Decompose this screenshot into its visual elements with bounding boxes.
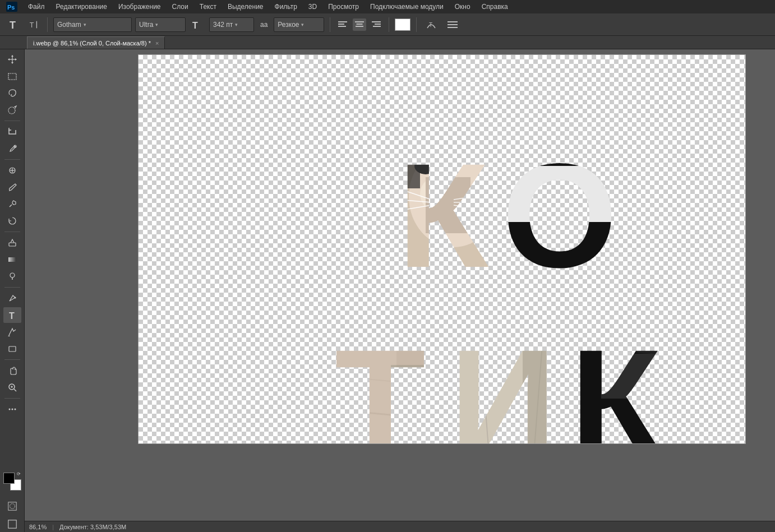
zoom-level: 86,1% (29, 524, 47, 530)
menu-image[interactable]: Изображение (114, 2, 165, 12)
marquee-tool-button[interactable] (3, 68, 21, 84)
tab-bar: i.webp @ 86,1% (Слой 0, Слой-маска/8) * … (0, 36, 775, 49)
eraser-tool-button[interactable] (3, 235, 21, 251)
svg-point-40 (11, 409, 13, 410)
svg-rect-21 (8, 73, 16, 80)
separator-4 (416, 17, 417, 32)
canvas-area[interactable]: К О Т И (25, 49, 775, 532)
healing-brush-tool-button[interactable] (3, 163, 21, 178)
svg-rect-8 (338, 26, 346, 27)
clone-stamp-tool-button[interactable] (3, 196, 21, 212)
eyedropper-tool-button[interactable] (3, 141, 21, 156)
warp-text-button[interactable]: T (422, 17, 440, 33)
aa-mode-select[interactable]: Резкое ▾ (274, 17, 324, 32)
svg-rect-42 (8, 502, 16, 510)
svg-rect-44 (8, 520, 16, 528)
svg-marker-33 (8, 335, 10, 336)
text-orientation-toggle[interactable]: T (26, 18, 41, 31)
tab-filename: i.webp @ 86,1% (Слой 0, Слой-маска/8) * (33, 40, 151, 47)
svg-rect-14 (373, 26, 381, 27)
left-toolbar: T (0, 49, 25, 532)
svg-point-29 (10, 273, 15, 277)
canvas-background: К О Т И (139, 55, 745, 443)
tool-separator-5 (4, 359, 20, 360)
align-left-button[interactable] (336, 18, 349, 31)
svg-rect-10 (357, 24, 363, 25)
svg-rect-6 (338, 21, 347, 22)
font-size-arrow: ▾ (235, 22, 238, 27)
svg-rect-27 (9, 243, 16, 246)
svg-rect-13 (375, 24, 381, 25)
menu-3d[interactable]: 3D (304, 2, 321, 12)
pen-tool-button[interactable] (3, 290, 21, 306)
menu-select[interactable]: Выделение (223, 2, 268, 12)
font-size-icon: T (189, 17, 206, 32)
aa-mode-arrow: ▾ (301, 22, 304, 27)
svg-rect-18 (448, 27, 458, 28)
align-center-button[interactable] (353, 18, 366, 31)
svg-point-43 (10, 504, 15, 509)
quick-mask-button[interactable] (3, 498, 21, 514)
tab-close-button[interactable]: × (155, 40, 159, 47)
menu-bar: Ps Файл Редактирование Изображение Слои … (0, 0, 775, 13)
svg-point-22 (8, 107, 15, 114)
document-tab[interactable]: i.webp @ 86,1% (Слой 0, Слой-маска/8) * … (27, 36, 165, 49)
menu-layers[interactable]: Слои (168, 2, 193, 12)
menu-edit[interactable]: Редактирование (52, 2, 112, 12)
shape-tool-button[interactable] (3, 341, 21, 357)
lasso-tool-button[interactable] (3, 85, 21, 101)
menu-window[interactable]: Окно (450, 2, 475, 12)
svg-text:T: T (9, 311, 15, 320)
svg-text:T: T (192, 21, 198, 30)
svg-rect-17 (448, 24, 458, 25)
svg-point-41 (14, 409, 16, 410)
status-separator: | (52, 524, 54, 530)
separator-2 (330, 17, 330, 32)
separator-3 (389, 17, 389, 32)
svg-text:Ps: Ps (7, 4, 15, 11)
path-select-tool-button[interactable] (3, 324, 21, 340)
svg-rect-34 (9, 346, 16, 351)
move-tool-button[interactable] (3, 52, 21, 67)
brush-tool-button[interactable] (3, 179, 21, 195)
align-right-button[interactable] (370, 18, 383, 31)
reset-colors-icon[interactable]: ⟳ (17, 471, 22, 477)
font-style-select[interactable]: Ultra ▾ (135, 17, 186, 32)
font-size-select[interactable]: 342 пт ▾ (209, 17, 254, 32)
tool-separator-6 (4, 398, 20, 399)
tool-separator-2 (4, 159, 20, 160)
svg-rect-11 (356, 26, 363, 27)
text-tool-button[interactable]: T (3, 307, 21, 323)
font-style-arrow: ▾ (155, 22, 158, 27)
text-color-swatch[interactable] (395, 18, 410, 31)
menu-plugins[interactable]: Подключаемые модули (366, 2, 448, 12)
history-brush-tool-button[interactable] (3, 213, 21, 229)
svg-point-31 (14, 297, 16, 299)
font-family-select[interactable]: Gotham ▾ (53, 17, 132, 32)
svg-rect-28 (8, 257, 16, 262)
menu-view[interactable]: Просмотр (324, 2, 363, 12)
svg-rect-94 (502, 121, 726, 272)
foreground-background-colors[interactable]: ⟳ (3, 473, 21, 491)
svg-rect-97 (570, 309, 745, 443)
text-options-button[interactable] (444, 17, 462, 33)
tool-separator-4 (4, 287, 20, 288)
extra-tools-button[interactable] (3, 401, 21, 417)
quick-select-tool-button[interactable] (3, 102, 21, 118)
foreground-color-swatch[interactable] (3, 473, 15, 484)
svg-text:T: T (30, 21, 34, 29)
zoom-tool-button[interactable] (3, 380, 21, 395)
canvas-document: К О Т И (139, 55, 745, 443)
text-tool-indicator: T (4, 17, 22, 33)
gradient-tool-button[interactable] (3, 252, 21, 267)
dodge-tool-button[interactable] (3, 269, 21, 284)
menu-filter[interactable]: Фильтр (270, 2, 302, 12)
hand-tool-button[interactable] (3, 363, 21, 378)
menu-file[interactable]: Файл (24, 2, 49, 12)
status-bar: 86,1% | Документ: 3,53M/3,53M (25, 521, 775, 532)
crop-tool-button[interactable] (3, 124, 21, 140)
menu-text[interactable]: Текст (195, 2, 221, 12)
font-family-arrow: ▾ (84, 22, 86, 27)
menu-help[interactable]: Справка (477, 2, 513, 12)
screen-mode-button[interactable] (3, 516, 21, 532)
